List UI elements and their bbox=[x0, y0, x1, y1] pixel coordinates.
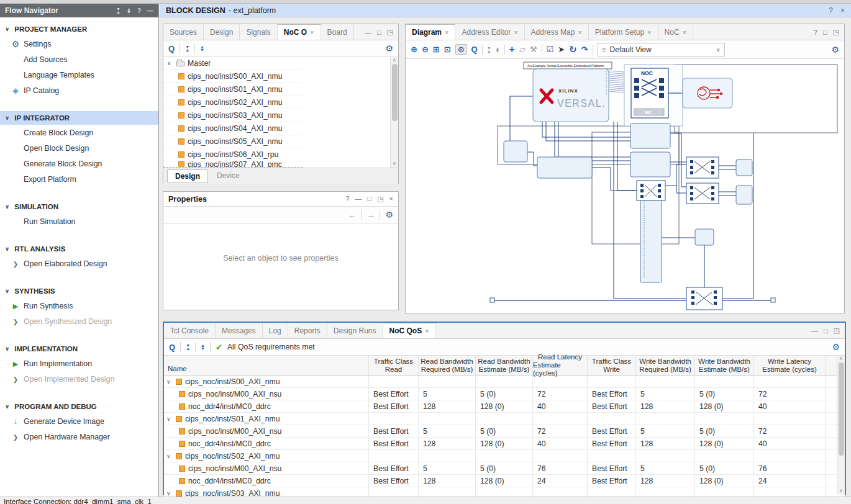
noc-block[interactable]: NOC MC bbox=[624, 65, 683, 126]
section-header[interactable]: ∨ PROGRAM AND DEBUG bbox=[0, 400, 158, 413]
diagram-tab[interactable]: NoC × bbox=[658, 24, 693, 40]
close-icon[interactable]: × bbox=[578, 29, 581, 36]
section-header[interactable]: ∨ RTL ANALYSIS bbox=[0, 242, 158, 256]
row-name-cell[interactable]: ∨ noc_ddr4/inst/MC0_ddrc bbox=[164, 400, 369, 412]
sources-tab[interactable]: Signals × bbox=[240, 24, 277, 40]
flow-nav-item[interactable]: Language Templates bbox=[0, 67, 158, 83]
expand-all-icon[interactable]: ▲▼ bbox=[201, 344, 205, 350]
tree-item[interactable]: cips_noc/inst/S02_AXI_nmu bbox=[163, 96, 303, 109]
back-arrow-icon[interactable]: ← bbox=[348, 211, 356, 219]
collapse-all-icon[interactable]: ▼▲ bbox=[186, 344, 190, 350]
help-icon[interactable]: ? bbox=[814, 29, 817, 36]
tree-item[interactable]: cips_noc/inst/S01_AXI_nmu bbox=[163, 83, 303, 96]
flow-nav-item[interactable]: Open Hardware Manager bbox=[0, 429, 158, 444]
collapse-all-icon[interactable]: ▼▲ bbox=[487, 47, 491, 53]
tree-item[interactable]: cips_noc/inst/S00_AXI_nmu bbox=[163, 70, 303, 83]
column-header[interactable]: Read Bandwidth Required (MB/s) bbox=[419, 356, 476, 375]
sources-tab[interactable]: NoC O × bbox=[278, 24, 321, 40]
settings-gear-icon[interactable]: ⚙ bbox=[385, 210, 393, 219]
scroll-down-icon[interactable]: ∨ bbox=[393, 161, 396, 168]
chevron-down-icon[interactable]: ∨ bbox=[166, 379, 173, 385]
maximize-icon[interactable]: □ bbox=[368, 195, 372, 203]
sources-tab[interactable]: Board × bbox=[321, 24, 354, 40]
column-header[interactable]: Write Bandwidth Required (MB/s) bbox=[636, 356, 695, 375]
column-header[interactable]: Name bbox=[164, 356, 369, 375]
zoom-in-icon[interactable]: ⊕ bbox=[411, 45, 417, 53]
chevron-down-icon[interactable]: ∨ bbox=[166, 416, 173, 422]
expand-all-icon[interactable]: ▲▼ bbox=[496, 47, 500, 53]
flow-nav-item[interactable]: Open Block Design bbox=[0, 140, 158, 156]
search-icon[interactable]: Q bbox=[168, 45, 175, 53]
expand-all-icon[interactable]: ▲▼ bbox=[127, 7, 131, 14]
flow-nav-item[interactable]: Open Synthesized Design bbox=[0, 313, 158, 329]
column-header[interactable]: Write Bandwidth Estimate (MB/s) bbox=[695, 356, 754, 375]
zoom-fit-icon[interactable]: ⊞ bbox=[433, 45, 440, 53]
validate-design-icon[interactable]: ☑ bbox=[547, 45, 554, 53]
console-tab[interactable]: NoC QoS × bbox=[383, 323, 436, 338]
diagram-tab[interactable]: Address Editor × bbox=[455, 24, 524, 40]
chevron-down-icon[interactable]: ∨ bbox=[166, 453, 173, 459]
close-icon[interactable]: × bbox=[840, 6, 845, 15]
help-icon[interactable]: ? bbox=[137, 7, 141, 14]
qos-scrollbar[interactable]: ∧ ∨ bbox=[837, 356, 845, 495]
maximize-icon[interactable]: □ bbox=[823, 29, 827, 36]
scroll-up-icon[interactable]: ∧ bbox=[393, 57, 396, 64]
tree-item[interactable]: cips_noc/inst/S04_AXI_nmu bbox=[163, 122, 303, 135]
sources-tab[interactable]: Sources × bbox=[163, 24, 204, 40]
row-name-cell[interactable]: ∨ noc_ddr4/inst/MC0_ddrc bbox=[164, 475, 369, 487]
section-header[interactable]: ∨ SIMULATION bbox=[0, 200, 158, 214]
float-icon[interactable]: ◳ bbox=[387, 28, 393, 36]
flow-nav-item[interactable]: Open Implemented Design bbox=[0, 371, 158, 387]
forward-arrow-icon[interactable]: → bbox=[366, 211, 375, 219]
maximize-icon[interactable]: □ bbox=[824, 327, 828, 335]
column-header[interactable]: Traffic Class Read bbox=[369, 356, 419, 375]
section-header[interactable]: ∨ PROJECT MANAGER bbox=[0, 22, 158, 36]
zoom-out-icon[interactable]: ⊖ bbox=[422, 45, 429, 53]
settings-gear-icon[interactable]: ⚙ bbox=[385, 43, 393, 53]
bottom-tab[interactable]: Design bbox=[167, 169, 208, 183]
float-icon[interactable]: ◳ bbox=[834, 326, 840, 335]
zoom-selection-icon[interactable]: ⊡ bbox=[444, 45, 451, 53]
flow-nav-item[interactable]: IP Catalog bbox=[0, 83, 158, 98]
row-name-cell[interactable]: ∨ cips_noc/inst/M00_AXI_nsu bbox=[164, 462, 369, 474]
diagram-tab[interactable]: Address Map × bbox=[525, 24, 589, 40]
scroll-down-icon[interactable]: ∨ bbox=[839, 488, 843, 495]
section-header[interactable]: ∨ IP INTEGRATOR bbox=[0, 111, 158, 125]
scroll-thumb[interactable] bbox=[392, 64, 398, 121]
table-row[interactable]: ∨ cips_noc/inst/M00_AXI_nsu Best Effort5… bbox=[164, 425, 845, 438]
console-tab[interactable]: Tcl Console × bbox=[164, 323, 216, 338]
console-tab[interactable]: Design Runs × bbox=[327, 323, 383, 338]
tree-item[interactable]: cips_noc/inst/S06_AXI_rpu bbox=[163, 148, 303, 161]
scroll-up-icon[interactable]: ∧ bbox=[839, 356, 843, 362]
flow-nav-item[interactable]: Generate Block Design bbox=[0, 156, 158, 171]
flow-nav-item[interactable]: Generate Device Image bbox=[0, 413, 158, 429]
flow-nav-item[interactable]: Create Block Design bbox=[0, 125, 158, 140]
section-header[interactable]: ∨ IMPLEMENTATION bbox=[0, 342, 158, 356]
copy-icon[interactable]: ▱ bbox=[519, 45, 526, 53]
flow-nav-item[interactable]: Export Platform bbox=[0, 171, 158, 187]
tree-scrollbar[interactable]: ∧ ∨ bbox=[390, 57, 398, 168]
tree-item[interactable]: cips_noc/inst/S05_AXI_nmu bbox=[163, 135, 303, 148]
row-name-cell[interactable]: ∨ cips_noc/inst/S02_AXI_nmu bbox=[164, 450, 369, 462]
flow-nav-item[interactable]: Add Sources bbox=[0, 52, 158, 67]
close-icon[interactable]: × bbox=[514, 29, 517, 36]
help-icon[interactable]: ? bbox=[829, 6, 833, 15]
float-icon[interactable]: ◳ bbox=[377, 195, 383, 203]
row-name-cell[interactable]: ∨ cips_noc/inst/M00_AXI_nsu bbox=[164, 388, 369, 400]
autofit-selection-icon[interactable]: ⊙ bbox=[455, 44, 467, 55]
view-selector[interactable]: ≡ Default View ∨ bbox=[598, 43, 725, 56]
close-icon[interactable]: × bbox=[310, 29, 314, 36]
row-name-cell[interactable]: ∨ cips_noc/inst/M00_AXI_nsu bbox=[164, 425, 369, 437]
table-row[interactable]: ∨ cips_noc/inst/M00_AXI_nsu Best Effort5… bbox=[164, 462, 845, 475]
float-icon[interactable]: ◳ bbox=[833, 28, 839, 36]
section-header[interactable]: ∨ SYNTHESIS bbox=[0, 284, 158, 298]
close-icon[interactable]: × bbox=[683, 29, 686, 36]
console-tab[interactable]: Reports × bbox=[288, 323, 327, 338]
table-row[interactable]: ∨ cips_noc/inst/S00_AXI_nmu bbox=[164, 376, 845, 388]
close-icon[interactable]: × bbox=[425, 327, 429, 335]
minimize-icon[interactable]: — bbox=[811, 327, 818, 335]
table-row[interactable]: ∨ noc_ddr4/inst/MC0_ddrc Best Effort1281… bbox=[164, 400, 845, 413]
search-icon[interactable]: Q bbox=[169, 343, 175, 351]
tree-item-partial[interactable]: cips_noc/inst/S07_AXI_pmc bbox=[163, 161, 303, 168]
reorient-icon[interactable]: ↷ bbox=[581, 45, 588, 53]
